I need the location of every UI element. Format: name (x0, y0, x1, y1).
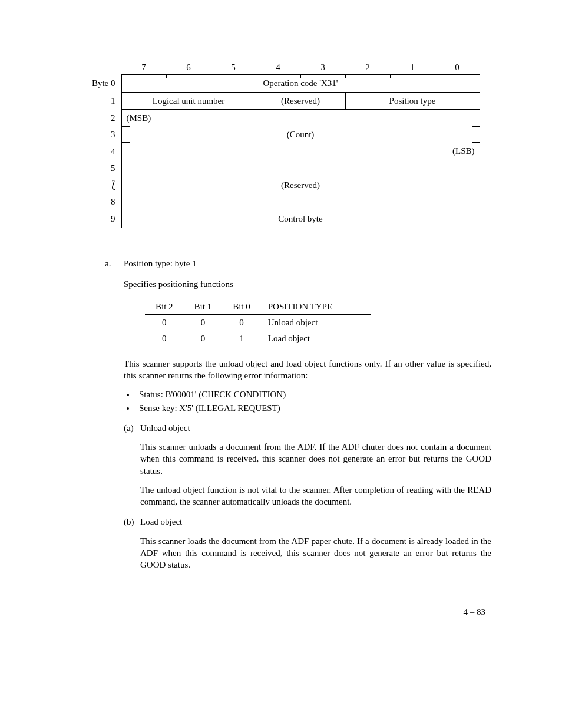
position-type-cell: Position type (345, 92, 480, 109)
error-item: Sense key: X'5' (ILLEGAL REQUEST) (135, 402, 491, 414)
byte-5-row: 5 (71, 160, 480, 177)
section-a: a. Position type: byte 1 Specifies posit… (105, 258, 491, 571)
bit-col: 5 (211, 59, 256, 75)
pt-cell: 0 (184, 331, 223, 346)
section-marker: a. (105, 258, 124, 269)
row-label: 2 (71, 109, 121, 126)
sub-marker: (b) (124, 516, 140, 528)
reserved2-cell: (Reserved) (281, 180, 320, 190)
opcode-text: Operation code 'X31' (263, 78, 338, 88)
pt-header: Bit 1 (184, 299, 223, 315)
byte-2-row: 2 (MSB) (71, 109, 480, 126)
control-byte-cell: Control byte (121, 210, 480, 228)
byte-wavy-row: ⟅ (Reserved) (71, 177, 480, 193)
bit-col: 6 (166, 59, 211, 75)
pt-cell: 0 (184, 315, 223, 331)
pt-cell: 0 (145, 331, 184, 346)
byte-1-row: 1 Logical unit number (Reserved) Positio… (71, 92, 480, 109)
byte-0-row: Byte 0 Operation code 'X31' (71, 75, 480, 92)
pt-row: 0 0 1 Load object (145, 331, 371, 346)
bit-header-row: 7 6 5 4 3 2 1 0 (71, 59, 480, 75)
bit-col: 7 (121, 59, 166, 75)
section-para: This scanner supports the unload object … (124, 358, 491, 382)
count-cell: (Count) (287, 130, 315, 139)
bit-col: 0 (435, 59, 480, 75)
wavy-icon: ⟅ (111, 182, 115, 188)
error-list: Status: B'00001' (CHECK CONDITION) Sense… (135, 388, 491, 414)
section-intro: Specifies positioning functions (124, 278, 491, 290)
pt-row: 0 0 0 Unload object (145, 315, 371, 331)
byte-9-row: 9 Control byte (71, 210, 480, 228)
byte-3-row: 3 (Count) (71, 126, 480, 143)
lsb-cell: (LSB) (121, 143, 480, 160)
cdb-byte-table: 7 6 5 4 3 2 1 0 Byte 0 Operation code 'X… (71, 59, 480, 228)
position-type-table: Bit 2 Bit 1 Bit 0 POSITION TYPE 0 0 0 Un… (145, 299, 371, 346)
row-label: 8 (71, 193, 121, 210)
bit-col: 3 (300, 59, 345, 75)
section-title: Position type: byte 1 (124, 258, 197, 269)
page-number: 4 – 83 (71, 606, 491, 618)
pt-header: Bit 0 (222, 299, 261, 315)
pt-cell: Unload object (261, 315, 371, 331)
row-label: 5 (71, 160, 121, 177)
bit-col: 2 (345, 59, 390, 75)
pt-header: Bit 2 (145, 299, 184, 315)
error-item: Status: B'00001' (CHECK CONDITION) (135, 388, 491, 400)
row-label: Byte 0 (71, 75, 121, 92)
row-label: 3 (71, 126, 121, 143)
sub-para: This scanner unloads a document from the… (140, 441, 491, 477)
row-label: 1 (71, 92, 121, 109)
subsection-b: (b) Load object This scanner loads the d… (124, 516, 491, 571)
pt-header: POSITION TYPE (261, 299, 371, 315)
bit-col: 4 (256, 59, 300, 75)
sub-para: The unload object function is not vital … (140, 484, 491, 508)
row-label: 4 (71, 143, 121, 160)
pt-cell: 0 (145, 315, 184, 331)
bit-col: 1 (390, 59, 435, 75)
sub-para: This scanner loads the document from the… (140, 535, 491, 571)
msb-cell: (MSB) (121, 109, 480, 126)
byte-4-row: 4 (LSB) (71, 143, 480, 160)
pt-cell: 1 (222, 331, 261, 346)
pt-cell: Load object (261, 331, 371, 346)
sub-marker: (a) (124, 422, 140, 434)
lun-cell: Logical unit number (121, 92, 256, 109)
subsection-a: (a) Unload object This scanner unloads a… (124, 422, 491, 508)
byte-8-row: 8 (71, 193, 480, 210)
pt-cell: 0 (222, 315, 261, 331)
reserved-cell: (Reserved) (256, 92, 345, 109)
sub-title: Unload object (140, 422, 190, 434)
sub-title: Load object (140, 516, 182, 528)
row-label: 9 (71, 210, 121, 228)
